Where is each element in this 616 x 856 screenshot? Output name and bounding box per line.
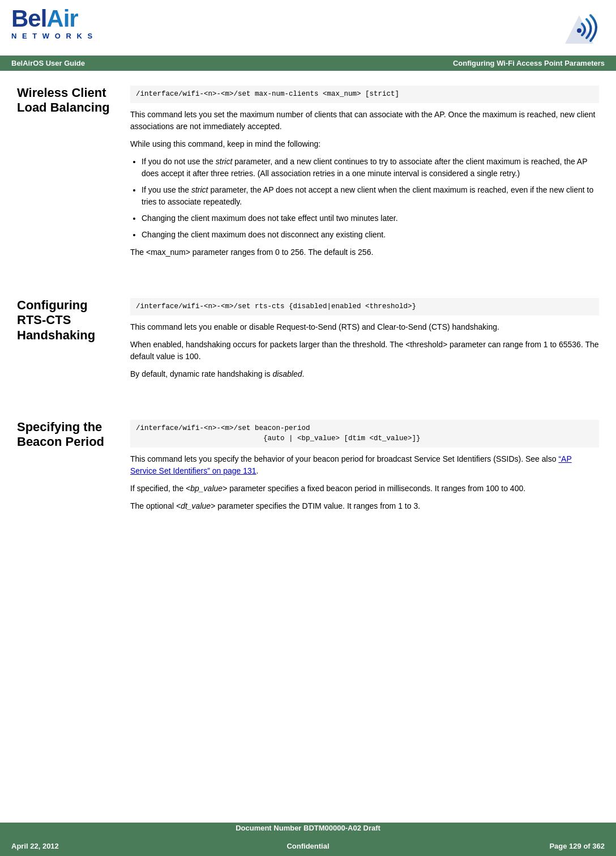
footer-confidential: Confidential [209, 842, 407, 850]
code-wireless: /interface/wifi-<n>-<m>/set max-num-clie… [130, 86, 599, 103]
section-content-rts: /interface/wifi-<n>-<m>/set rts-cts {dis… [125, 292, 605, 397]
code-beacon: /interface/wifi-<n>-<m>/set beacon-perio… [130, 420, 599, 448]
para-beacon-3: The optional <dt_value> parameter specif… [130, 500, 599, 512]
section-label-beacon: Specifying the Beacon Period [11, 414, 125, 530]
spacer-2 [11, 397, 605, 414]
footer-date: April 22, 2012 [11, 842, 209, 850]
italic-strict-2: strict [191, 185, 208, 194]
para-wireless-1: This command lets you set the maximum nu… [130, 109, 599, 133]
italic-dt-value: <dt_value> [176, 501, 215, 510]
section-title-rts: Configuring RTS-CTS Handshaking [17, 298, 119, 343]
footer-page: Page 129 of 362 [407, 842, 605, 850]
top-header: BelAir N E T W O R K S [0, 0, 616, 56]
footer: April 22, 2012 Confidential Page 129 of … [0, 836, 616, 856]
section-title-beacon: Specifying the Beacon Period [17, 420, 119, 450]
section-rts-cts: Configuring RTS-CTS Handshaking /interfa… [11, 292, 605, 397]
italic-bp-value: <bp_value> [186, 484, 227, 493]
logo-icon [559, 7, 605, 51]
list-item-wireless-1: If you do not use the strict parameter, … [142, 156, 599, 180]
networks-label: N E T W O R K S [11, 32, 94, 40]
content-table: Wireless Client Load Balancing /interfac… [11, 80, 605, 529]
para-wireless-footer: The <max_num> parameter ranges from 0 to… [130, 246, 599, 258]
link-ap-service[interactable]: “AP Service Set Identifiers” on page 131 [130, 454, 572, 475]
para-rts-1: This command lets you enable or disable … [130, 321, 599, 333]
section-title-wireless: Wireless Client Load Balancing [17, 86, 119, 116]
belair-logo: BelAir [11, 7, 94, 31]
nav-bar-left: BelAirOS User Guide [11, 59, 85, 67]
section-beacon: Specifying the Beacon Period /interface/… [11, 414, 605, 530]
section-content-wireless: /interface/wifi-<n>-<m>/set max-num-clie… [125, 80, 605, 275]
code-rts: /interface/wifi-<n>-<m>/set rts-cts {dis… [130, 298, 599, 316]
logo-area: BelAir N E T W O R K S [11, 7, 94, 40]
list-item-wireless-4: Changing the client maximum does not dis… [142, 229, 599, 241]
list-wireless: If you do not use the strict parameter, … [142, 156, 599, 241]
italic-strict-1: strict [216, 157, 233, 166]
footer-doc-row: Document Number BDTM00000-A02 Draft [0, 823, 616, 836]
para-wireless-2: While using this command, keep in mind t… [130, 138, 599, 150]
footer-doc: Document Number BDTM00000-A02 Draft [0, 823, 616, 836]
nav-bar-right: Configuring Wi-Fi Access Point Parameter… [453, 59, 605, 67]
italic-disabled: disabled [272, 369, 302, 378]
para-rts-2: When enabled, handshaking occurs for pac… [130, 339, 599, 363]
main-content: Wireless Client Load Balancing /interfac… [0, 71, 616, 538]
para-beacon-2: If specified, the <bp_value> parameter s… [130, 483, 599, 495]
para-rts-3: By default, dynamic rate handshaking is … [130, 368, 599, 380]
para-beacon-1: This command lets you specify the behavi… [130, 453, 599, 477]
section-content-beacon: /interface/wifi-<n>-<m>/set beacon-perio… [125, 414, 605, 530]
section-wireless-client: Wireless Client Load Balancing /interfac… [11, 80, 605, 275]
list-item-wireless-3: Changing the client maximum does not tak… [142, 212, 599, 224]
list-item-wireless-2: If you use the strict parameter, the AP … [142, 184, 599, 208]
section-label-wireless: Wireless Client Load Balancing [11, 80, 125, 275]
section-label-rts: Configuring RTS-CTS Handshaking [11, 292, 125, 397]
spacer-1 [11, 275, 605, 292]
nav-bar: BelAirOS User Guide Configuring Wi-Fi Ac… [0, 56, 616, 71]
